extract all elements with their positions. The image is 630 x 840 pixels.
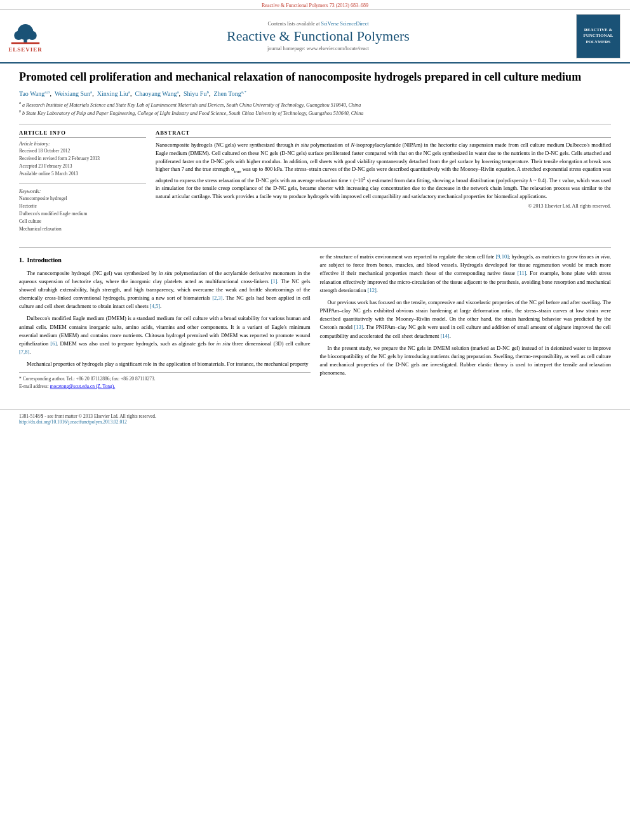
keywords-label: Keywords: (19, 189, 146, 194)
svg-point-3 (28, 31, 37, 40)
journal-logo-box-area: REACTIVE & FUNCTIONAL POLYMERS (573, 14, 624, 58)
abstract-text: Nanocomposite hydrogels (NC gels) were s… (156, 141, 611, 201)
right-para-1: or the structure of matrix environment w… (320, 253, 612, 295)
footnote-area: * Corresponding author. Tel.: +86 20 871… (19, 372, 311, 390)
article-info-heading: ARTICLE INFO (19, 130, 146, 138)
date-accepted: Accepted 23 February 2013 (19, 163, 146, 170)
affiliation-a: a a Research Institute of Materials Scie… (19, 100, 611, 109)
article-info-section: ARTICLE INFO Article history: Received 1… (19, 130, 146, 233)
keyword-5: Mechanical relaxation (19, 225, 146, 233)
divider-2 (19, 247, 611, 248)
affiliation-b: b b State Key Laboratory of Pulp and Pap… (19, 109, 611, 117)
journal-citation-text: Reactive & Functional Polymers 73 (2013)… (262, 3, 368, 8)
sciverse-link[interactable]: SciVerse ScienceDirect (321, 21, 369, 27)
sciverse-line: Contents lists available at SciVerse Sci… (69, 21, 568, 27)
journal-title: Reactive & Functional Polymers (69, 28, 568, 44)
body-col-right: or the structure of matrix environment w… (320, 253, 612, 390)
elsevier-label: ELSEVIER (8, 46, 43, 53)
journal-header: ELSEVIER Contents lists available at Sci… (0, 10, 630, 63)
copyright-line: © 2013 Elsevier Ltd. All rights reserved… (156, 203, 611, 209)
author-weixiang-sun: Weixiang Sun (55, 91, 90, 98)
footer-license: 1381-5148/$ - see front matter © 2013 El… (19, 413, 611, 419)
journal-homepage: journal homepage: www.elsevier.com/locat… (69, 46, 568, 51)
journal-logo-title: REACTIVE & FUNCTIONAL POLYMERS (579, 27, 617, 44)
right-para-3: In the present study, we prepare the NC … (320, 344, 612, 378)
keyword-4: Cell culture (19, 218, 146, 225)
journal-title-area: Contents lists available at SciVerse Sci… (69, 21, 568, 51)
keyword-2: Hectorite (19, 203, 146, 210)
affiliations: a a Research Institute of Materials Scie… (19, 100, 611, 117)
article-container: Promoted cell proliferation and mechanic… (0, 63, 630, 403)
author-xinxing-liu: Xinxing Liu (97, 91, 128, 98)
svg-point-2 (14, 31, 23, 40)
right-para-2: Our previous work has focused on the ten… (320, 298, 612, 340)
divider-info (19, 183, 146, 183)
journal-citation-bar: Reactive & Functional Polymers 73 (2013)… (0, 0, 630, 10)
date-online: Available online 5 March 2013 (19, 170, 146, 178)
journal-logo-box: REACTIVE & FUNCTIONAL POLYMERS (576, 14, 620, 58)
author-zhen-tong: Zhen Tong (213, 91, 241, 98)
article-title: Promoted cell proliferation and mechanic… (19, 70, 611, 84)
footnote-email-link[interactable]: mocztong@scut.edu.cn (Z. Tong). (50, 383, 115, 389)
footer-doi: http://dx.doi.org/10.1016/j.reactfunctpo… (19, 419, 611, 425)
author-shiyu-fu: Shiyu Fu (184, 91, 206, 98)
article-dates: Received 18 October 2012 Received in rev… (19, 147, 146, 178)
footnote-email: E-mail address: mocztong@scut.edu.cn (Z.… (19, 383, 311, 390)
history-label: Article history: (19, 141, 146, 147)
keyword-1: Nanocomposite hydrogel (19, 195, 146, 203)
date-received: Received 18 October 2012 (19, 147, 146, 155)
author-tao-wang: Tao Wang (19, 91, 44, 98)
intro-heading: 1. Introduction (19, 255, 311, 265)
body-section: 1. Introduction The nanocomposite hydrog… (19, 253, 611, 390)
divider-1 (19, 124, 611, 124)
keywords-list: Nanocomposite hydrogel Hectorite Dulbecc… (19, 195, 146, 233)
elsevier-logo-area: ELSEVIER (6, 20, 64, 53)
elsevier-logo: ELSEVIER (6, 20, 44, 53)
abstract-col: ABSTRACT Nanocomposite hydrogels (NC gel… (156, 130, 611, 239)
info-abstract-section: ARTICLE INFO Article history: Received 1… (19, 130, 611, 239)
article-authors: Tao Wanga,b, Weixiang Suna, Xinxing Liua… (19, 90, 611, 97)
footnote-corresponding: * Corresponding author. Tel.: +86 20 871… (19, 375, 311, 383)
intro-para-3: Mechanical properties of hydrogels play … (19, 360, 311, 368)
date-revised: Received in revised form 2 February 2013 (19, 155, 146, 163)
abstract-heading: ABSTRACT (156, 130, 611, 138)
intro-para-2: Dulbecco's modified Eagle medium (DMEM) … (19, 314, 311, 356)
author-chaoyang-wang: Chaoyang Wang (135, 91, 177, 98)
svg-rect-4 (11, 43, 39, 44)
intro-para-1: The nanocomposite hydrogel (NC gel) was … (19, 269, 311, 311)
keyword-3: Dulbecco's modified Eagle medium (19, 210, 146, 218)
body-col-left: 1. Introduction The nanocomposite hydrog… (19, 253, 311, 390)
article-info-col: ARTICLE INFO Article history: Received 1… (19, 130, 146, 239)
footer: 1381-5148/$ - see front matter © 2013 El… (0, 410, 630, 428)
elsevier-tree-icon (6, 20, 44, 45)
footer-doi-link[interactable]: http://dx.doi.org/10.1016/j.reactfunctpo… (19, 419, 127, 425)
